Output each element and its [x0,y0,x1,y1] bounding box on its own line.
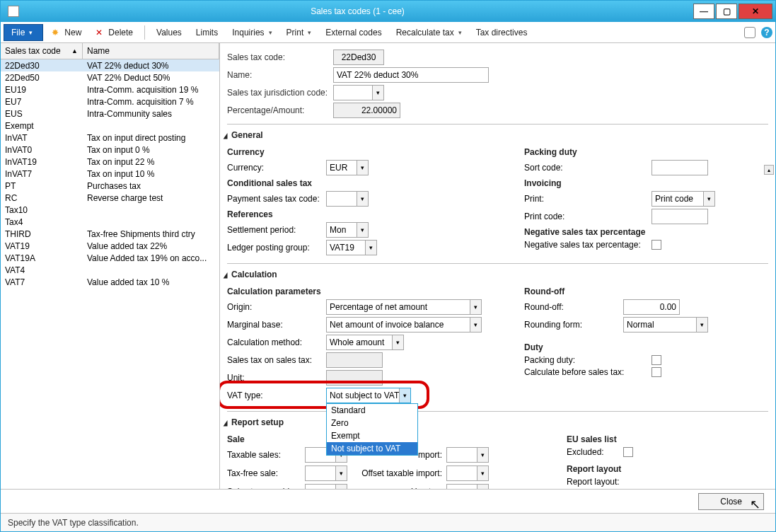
calc-before-label: Calculate before sales tax: [524,367,652,377]
layout-icon[interactable] [744,27,755,38]
conditional-subhead: Conditional sales tax [227,178,503,188]
minimize-button[interactable]: — [693,4,714,19]
dropdown-option[interactable]: Standard [327,404,417,417]
ledger-select[interactable]: VAT19▾ [326,240,377,255]
payment-code-label: Payment sales tax code: [227,194,326,204]
cell-name: Intra-Comm. acquisition 19 % [83,85,219,95]
cell-code: EU19 [1,85,83,95]
recalculate-tax-menu[interactable]: Recalculate tax [390,25,468,40]
rounding-form-select[interactable]: Normal▾ [623,317,708,332]
sales-on-sales-field [326,352,383,368]
roundoff-subhead: Round-off [524,287,768,296]
report-layout-label: Report layout: [567,477,630,487]
cell-name: Tax on input 22 % [83,157,219,167]
dropdown-option[interactable]: Not subject to VAT [327,442,417,455]
limits-button[interactable]: Limits [190,25,224,40]
taxfree-select[interactable]: ▾ [305,466,347,481]
sales-tax-payable-select[interactable]: ▾ [305,484,347,489]
external-codes-button[interactable]: External codes [320,25,387,40]
table-row[interactable]: RCReverse charge test [1,192,219,204]
dropdown-option[interactable]: Exempt [327,429,417,442]
general-section-title[interactable]: ◢General [223,130,768,140]
currency-select[interactable]: EUR▾ [326,160,369,175]
calc-before-checkbox[interactable] [652,367,661,377]
cell-code: InVAT [1,133,83,143]
cell-name: Value Added tax 19% on acco... [83,253,219,263]
cell-code: InVAT19 [1,157,83,167]
table-row[interactable]: 22Ded50VAT 22% Deduct 50% [1,71,219,83]
vat-type-select[interactable]: Not subject to VAT▾ [326,388,411,403]
origin-label: Origin: [227,302,326,312]
table-row[interactable]: Tax10 [1,204,219,216]
column-header-name[interactable]: Name [83,43,219,59]
rounding-form-label: Rounding form: [524,320,623,330]
values-button[interactable]: Values [151,25,187,40]
method-label: Calculation method: [227,337,326,347]
import-select[interactable]: ▾ [446,447,489,463]
table-row[interactable]: Tax4 [1,216,219,228]
use-tax-select[interactable]: ▾ [446,484,489,489]
tax-directives-button[interactable]: Tax directives [470,25,533,40]
jurisdiction-select[interactable]: ▾ [333,85,384,100]
origin-select[interactable]: Percentage of net amount▾ [326,299,482,315]
table-row[interactable]: VAT7Value added tax 10 % [1,276,219,288]
cell-name: VAT 22% Deduct 50% [83,73,219,83]
table-row[interactable]: PTPurchases tax [1,180,219,192]
cell-name: Reverse charge test [83,193,219,203]
table-row[interactable]: EU19Intra-Comm. acquisition 19 % [1,83,219,96]
table-row[interactable]: 22Ded30VAT 22% deduct 30% [1,59,219,71]
report-section: ◢Report setup Sale Taxable sales: ▾ mpor… [227,411,768,489]
unit-label: Unit: [227,373,326,383]
roundoff-field[interactable] [623,299,680,315]
close-button[interactable]: Close [698,493,764,510]
window-close-button[interactable]: ✕ [739,4,772,19]
scroll-up-icon[interactable]: ▴ [764,165,774,175]
packing-duty-checkbox[interactable] [652,355,661,365]
table-row[interactable]: EU7Intra-Comm. acquisition 7 % [1,96,219,108]
offset-import-select[interactable]: ▾ [446,466,489,481]
vertical-scrollbar[interactable]: ▴ [764,165,774,489]
cell-code: InVAT0 [1,145,83,155]
cell-code: Tax10 [1,205,83,215]
name-field[interactable] [333,67,489,83]
table-row[interactable]: EUSIntra-Community sales [1,108,219,120]
neg-percent-checkbox[interactable] [652,240,661,250]
column-header-code[interactable]: Sales tax code▲ [1,43,83,59]
grid-body[interactable]: 22Ded30VAT 22% deduct 30%22Ded50VAT 22% … [1,59,219,489]
table-row[interactable]: InVATTax on input direct posting [1,132,219,144]
maximize-button[interactable]: ▢ [716,4,737,19]
file-menu[interactable]: File▾ [4,24,43,41]
table-row[interactable]: VAT4 [1,264,219,276]
calculation-section-title[interactable]: ◢Calculation [223,270,768,279]
marginal-select[interactable]: Net amount of invoice balance▾ [326,317,482,332]
settlement-select[interactable]: Mon▾ [326,222,369,238]
table-row[interactable]: Exempt [1,120,219,132]
print-code-field[interactable] [652,209,708,224]
inquiries-menu[interactable]: Inquiries [226,25,277,40]
new-button[interactable]: ✸New [46,25,87,40]
print-select[interactable]: Print code▾ [652,191,715,207]
delete-button[interactable]: ✕Delete [90,25,139,40]
sort-code-field[interactable] [652,160,708,175]
payment-code-select[interactable]: ▾ [326,191,369,207]
table-row[interactable]: THIRDTax-free Shipments third ctry [1,228,219,240]
delete-icon: ✕ [95,28,105,37]
method-select[interactable]: Whole amount▾ [326,335,404,350]
use-tax-label: Use tax: [354,487,446,489]
dropdown-option[interactable]: Zero [327,417,417,429]
table-row[interactable]: InVAT19Tax on input 22 % [1,156,219,168]
marginal-label: Marginal base: [227,320,326,330]
sales-tax-code-field[interactable] [333,50,384,65]
print-menu[interactable]: Print [281,25,318,40]
table-row[interactable]: VAT19Value added tax 22% [1,240,219,252]
excluded-checkbox[interactable] [623,447,633,457]
report-section-title[interactable]: ◢Report setup [223,417,768,427]
cell-code: EUS [1,109,83,119]
help-icon[interactable]: ? [761,27,772,38]
vat-type-dropdown[interactable]: StandardZeroExemptNot subject to VAT [326,403,418,456]
table-row[interactable]: InVAT0Tax on input 0 % [1,144,219,156]
sort-code-label: Sort code: [524,163,652,173]
table-row[interactable]: InVAT7Tax on input 10 % [1,168,219,180]
table-row[interactable]: VAT19AValue Added tax 19% on acco... [1,252,219,264]
cell-code: VAT4 [1,265,83,275]
